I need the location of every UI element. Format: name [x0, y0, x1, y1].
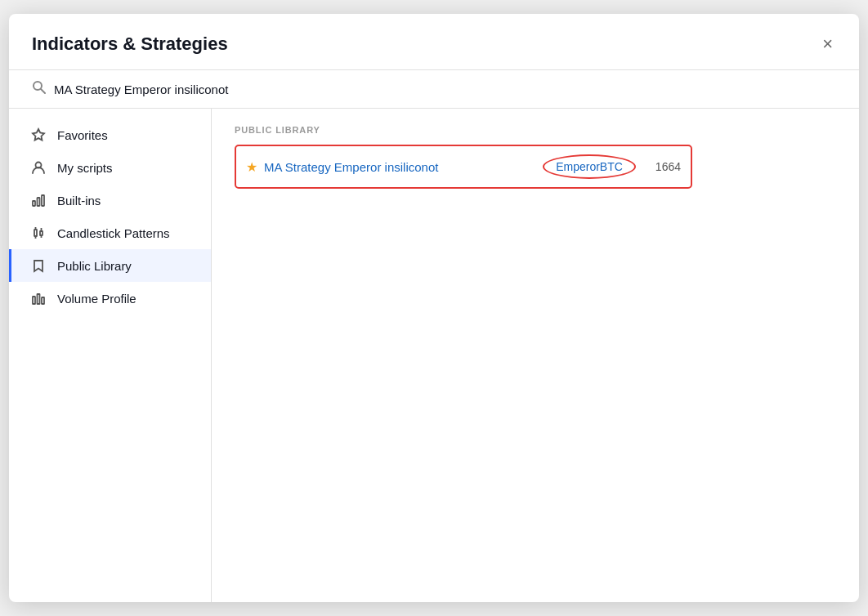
sidebar-item-favorites-label: Favorites — [57, 128, 108, 142]
sidebar-item-favorites[interactable]: Favorites — [9, 118, 211, 151]
sidebar-item-built-ins-label: Built-ins — [57, 194, 101, 208]
sidebar-item-my-scripts[interactable]: My scripts — [9, 151, 211, 184]
result-count: 1664 — [655, 160, 681, 173]
sidebar-item-public-library[interactable]: Public Library — [9, 249, 211, 282]
search-icon — [32, 80, 46, 98]
sidebar-item-public-library-label: Public Library — [57, 259, 132, 273]
bookmark-icon — [29, 258, 47, 273]
svg-rect-5 — [38, 198, 40, 206]
modal-title: Indicators & Strategies — [32, 33, 228, 55]
svg-rect-10 — [40, 231, 43, 235]
result-name-link[interactable]: ★ MA Strategy Emperor insiliconot — [246, 159, 438, 175]
star-icon — [29, 127, 47, 142]
result-right: EmperorBTC 1664 — [543, 154, 681, 179]
result-star-icon: ★ — [246, 159, 257, 175]
volume-bar-icon — [29, 291, 47, 306]
modal-header: Indicators & Strategies × — [9, 14, 859, 70]
sidebar-item-volume-profile[interactable]: Volume Profile — [9, 282, 211, 315]
section-label: PUBLIC LIBRARY — [235, 125, 836, 135]
sidebar-item-candlestick-patterns[interactable]: Candlestick Patterns — [9, 216, 211, 249]
sidebar-item-my-scripts-label: My scripts — [57, 161, 113, 175]
svg-rect-14 — [38, 294, 40, 304]
bar-chart-icon — [29, 193, 47, 208]
result-name-text: MA Strategy Emperor insiliconot — [264, 160, 438, 174]
search-bar — [9, 70, 859, 109]
svg-rect-15 — [42, 297, 44, 304]
svg-rect-13 — [33, 297, 35, 304]
close-button[interactable]: × — [819, 32, 836, 56]
sidebar: Favorites My scripts — [9, 109, 212, 602]
candle-icon — [29, 225, 47, 240]
svg-rect-6 — [42, 195, 44, 206]
indicators-strategies-modal: Indicators & Strategies × Favorites — [9, 14, 859, 602]
svg-rect-7 — [34, 230, 37, 236]
sidebar-item-built-ins[interactable]: Built-ins — [9, 184, 211, 216]
result-author[interactable]: EmperorBTC — [543, 154, 636, 179]
content-area: PUBLIC LIBRARY ★ MA Strategy Emperor ins… — [212, 109, 859, 602]
sidebar-item-volume-profile-label: Volume Profile — [57, 292, 136, 306]
sidebar-item-candlestick-patterns-label: Candlestick Patterns — [57, 226, 170, 240]
svg-line-1 — [41, 89, 45, 93]
search-input[interactable] — [54, 83, 836, 96]
modal-body: Favorites My scripts — [9, 109, 859, 602]
person-icon — [29, 160, 47, 175]
result-row: ★ MA Strategy Emperor insiliconot Empero… — [235, 145, 692, 189]
svg-marker-2 — [33, 129, 44, 141]
svg-rect-4 — [33, 201, 35, 206]
